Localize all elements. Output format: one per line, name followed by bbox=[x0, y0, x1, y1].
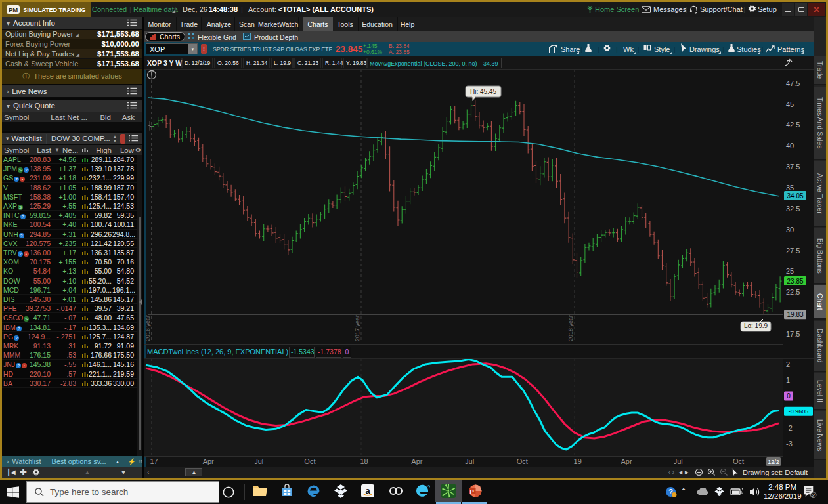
svg-text:Y: 19.83: Y: 19.83 bbox=[346, 60, 366, 66]
svg-text:35: 35 bbox=[786, 184, 794, 192]
svg-text:-2: -2 bbox=[786, 424, 793, 432]
svg-text:Jul: Jul bbox=[465, 457, 474, 465]
svg-text:23.85: 23.85 bbox=[787, 278, 803, 285]
svg-text:R: 1.44: R: 1.44 bbox=[325, 60, 343, 66]
svg-text:22.5: 22.5 bbox=[786, 288, 800, 296]
svg-text:0: 0 bbox=[345, 348, 349, 356]
svg-text:Apr: Apr bbox=[203, 457, 214, 465]
svg-text:27.5: 27.5 bbox=[786, 247, 800, 255]
svg-text:Jul: Jul bbox=[254, 457, 263, 465]
svg-text:2018 year: 2018 year bbox=[567, 315, 574, 341]
svg-text:Oct: Oct bbox=[733, 457, 744, 465]
svg-text:37.5: 37.5 bbox=[786, 163, 800, 171]
svg-text:MovAvgExponential (CLOSE, 200,: MovAvgExponential (CLOSE, 200, 0, no) bbox=[370, 60, 477, 67]
svg-text:-1.7378: -1.7378 bbox=[318, 348, 341, 356]
svg-text:-3: -3 bbox=[786, 440, 793, 448]
svg-text:2: 2 bbox=[812, 492, 815, 499]
svg-text:L: 19.9: L: 19.9 bbox=[274, 60, 291, 66]
svg-text:C: 21.23: C: 21.23 bbox=[297, 60, 318, 66]
svg-text:0: 0 bbox=[787, 392, 791, 400]
svg-text:Jul: Jul bbox=[674, 457, 683, 465]
svg-text:17: 17 bbox=[150, 457, 158, 465]
svg-text:30: 30 bbox=[786, 226, 794, 234]
svg-text:12/2: 12/2 bbox=[768, 459, 779, 465]
svg-text:O: 20.56: O: 20.56 bbox=[217, 60, 239, 66]
svg-text:25: 25 bbox=[786, 267, 794, 275]
svg-text:34.39: 34.39 bbox=[483, 60, 498, 67]
svg-text:34.05: 34.05 bbox=[787, 192, 803, 200]
svg-text:Oct: Oct bbox=[517, 457, 528, 465]
svg-text:47.5: 47.5 bbox=[786, 79, 800, 87]
svg-text:-1.5343: -1.5343 bbox=[291, 348, 315, 356]
svg-text:1: 1 bbox=[786, 376, 790, 384]
svg-text:H: 21.34: H: 21.34 bbox=[246, 60, 267, 66]
svg-text:2017 year: 2017 year bbox=[354, 315, 360, 341]
svg-text:17.5: 17.5 bbox=[786, 330, 800, 338]
svg-text:Oct: Oct bbox=[304, 457, 315, 465]
svg-text:XOP 3 Y W: XOP 3 Y W bbox=[147, 59, 182, 67]
svg-text:-0.9605: -0.9605 bbox=[789, 408, 809, 415]
svg-text:45: 45 bbox=[786, 100, 794, 108]
svg-text:40: 40 bbox=[786, 142, 794, 150]
svg-text:MACDTwoLines (12, 26, 9, EXPON: MACDTwoLines (12, 26, 9, EXPONENTIAL) bbox=[147, 348, 288, 356]
svg-text:Apr: Apr bbox=[411, 457, 422, 465]
svg-text:D: 12/2/19: D: 12/2/19 bbox=[185, 60, 210, 66]
svg-text:2: 2 bbox=[786, 360, 790, 368]
svg-text:Lo: 19.9: Lo: 19.9 bbox=[744, 322, 768, 329]
svg-text:42.5: 42.5 bbox=[786, 121, 800, 129]
svg-text:Apr: Apr bbox=[621, 457, 632, 465]
svg-text:19.83: 19.83 bbox=[787, 311, 803, 318]
svg-text:19: 19 bbox=[574, 457, 582, 465]
svg-text:2016 year: 2016 year bbox=[144, 315, 151, 341]
svg-text:32.5: 32.5 bbox=[786, 205, 800, 213]
svg-text:Hi: 45.45: Hi: 45.45 bbox=[470, 88, 496, 95]
svg-text:18: 18 bbox=[360, 457, 368, 465]
